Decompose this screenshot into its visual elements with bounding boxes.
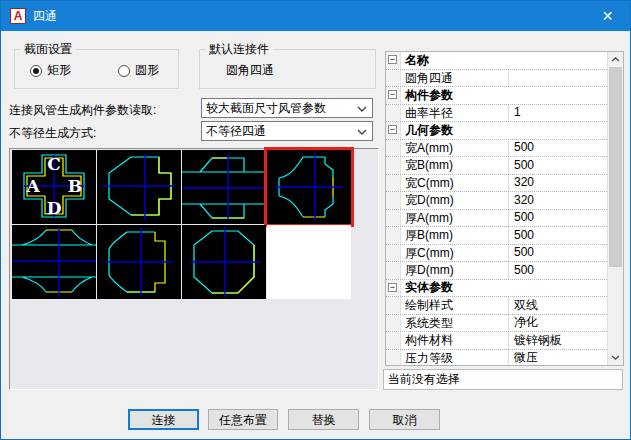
property-row[interactable]: 构件材料镀锌钢板 bbox=[386, 332, 607, 350]
close-button[interactable]: ✕ bbox=[585, 1, 630, 31]
preview-cell-rounded-body[interactable] bbox=[97, 225, 181, 299]
arrange-freely-button[interactable]: 任意布置 bbox=[208, 409, 278, 430]
property-value[interactable]: 500 bbox=[509, 140, 607, 157]
radio-circle[interactable]: 圆形 bbox=[118, 62, 159, 79]
property-value[interactable]: 500 bbox=[509, 262, 607, 279]
preview-cell-through-chamfered[interactable] bbox=[182, 150, 266, 224]
property-group-header[interactable]: −实体参数 bbox=[386, 280, 607, 298]
duct-shape bbox=[12, 225, 96, 299]
duct-shape bbox=[267, 150, 351, 224]
property-row[interactable]: 厚B(mm)500 bbox=[386, 227, 607, 245]
collapse-icon[interactable]: − bbox=[388, 125, 397, 134]
property-value[interactable]: 500 bbox=[509, 157, 607, 174]
cancel-button[interactable]: 取消 bbox=[369, 409, 440, 430]
preview-cell-chamfered-cross[interactable] bbox=[97, 150, 181, 224]
property-row[interactable]: 宽B(mm)500 bbox=[386, 157, 607, 175]
property-value[interactable]: 净化 bbox=[509, 315, 607, 332]
property-label: 圆角四通 bbox=[401, 70, 509, 87]
groupbox-default-connector: 默认连接件 圆角四通 bbox=[199, 49, 376, 89]
dialog-四通: A 四通 ✕ 截面设置 矩形 圆形 默认连接件 圆角四通 连接风管生成构件参数读… bbox=[0, 0, 631, 440]
param-read-dropdown[interactable]: 较大截面尺寸风管参数 bbox=[201, 98, 373, 118]
property-group-header[interactable]: −构件参数 bbox=[386, 87, 607, 105]
property-value[interactable]: 双线 bbox=[509, 297, 607, 314]
preview-panel: C A B D bbox=[9, 148, 379, 390]
titlebar[interactable]: A 四通 ✕ bbox=[1, 1, 630, 31]
property-row[interactable]: 宽A(mm)500 bbox=[386, 140, 607, 158]
preview-cell-empty[interactable] bbox=[267, 225, 351, 299]
property-grid-rows: −名称圆角四通−构件参数曲率半径1−几何参数宽A(mm)500宽B(mm)500… bbox=[386, 52, 607, 365]
duct-shape bbox=[97, 150, 181, 224]
duct-shape: C A B D bbox=[12, 150, 96, 224]
property-grid: −名称圆角四通−构件参数曲率半径1−几何参数宽A(mm)500宽B(mm)500… bbox=[385, 51, 624, 366]
chevron-down-icon bbox=[357, 106, 367, 112]
svg-text:A: A bbox=[25, 176, 40, 196]
property-value[interactable]: 镀锌钢板 bbox=[509, 332, 607, 349]
property-label: 厚D(mm) bbox=[401, 262, 509, 279]
property-value[interactable]: 微压 bbox=[509, 350, 607, 367]
radio-unselected-icon bbox=[118, 65, 130, 77]
property-label: 构件材料 bbox=[401, 332, 509, 349]
preview-cell-through-curved[interactable] bbox=[12, 225, 96, 299]
dropdown-value: 不等径四通 bbox=[206, 124, 266, 138]
chevron-down-icon bbox=[611, 355, 620, 360]
duct-shape bbox=[182, 150, 266, 224]
property-value[interactable]: 500 bbox=[509, 210, 607, 227]
property-value[interactable]: 320 bbox=[509, 175, 607, 192]
property-label: 宽B(mm) bbox=[401, 157, 509, 174]
scroll-down-button[interactable] bbox=[608, 350, 623, 365]
property-row[interactable]: 厚D(mm)500 bbox=[386, 262, 607, 280]
unequal-mode-label: 不等径生成方式: bbox=[9, 125, 96, 142]
property-row[interactable]: 厚A(mm)500 bbox=[386, 210, 607, 228]
property-row[interactable]: 宽D(mm)320 bbox=[386, 192, 607, 210]
property-group-header[interactable]: −几何参数 bbox=[386, 122, 607, 140]
property-group-header[interactable]: −名称 bbox=[386, 52, 607, 70]
groupbox-legend: 默认连接件 bbox=[205, 41, 273, 58]
chevron-up-icon bbox=[611, 57, 620, 62]
property-row[interactable]: 厚C(mm)500 bbox=[386, 245, 607, 263]
svg-text:D: D bbox=[47, 198, 62, 218]
property-label: 厚C(mm) bbox=[401, 245, 509, 262]
property-group-title: 实体参数 bbox=[401, 280, 453, 297]
property-group-title: 构件参数 bbox=[401, 87, 453, 104]
unequal-mode-dropdown[interactable]: 不等径四通 bbox=[201, 121, 373, 141]
preview-cell-cross-labeled[interactable]: C A B D bbox=[12, 150, 96, 224]
property-value[interactable]: 320 bbox=[509, 192, 607, 209]
autocad-logo-icon: A bbox=[10, 8, 26, 24]
property-row[interactable]: 宽C(mm)320 bbox=[386, 175, 607, 193]
replace-button[interactable]: 替换 bbox=[288, 409, 359, 430]
preview-cell-rounded-cross-selected[interactable] bbox=[267, 150, 351, 224]
duct-shape bbox=[97, 225, 181, 299]
property-grid-scrollbar[interactable] bbox=[607, 52, 623, 365]
groupbox-legend: 截面设置 bbox=[20, 41, 76, 58]
param-read-label: 连接风管生成构件参数读取: bbox=[9, 102, 156, 119]
property-row[interactable]: 圆角四通 bbox=[386, 70, 607, 88]
property-label: 绘制样式 bbox=[401, 297, 509, 314]
status-bar: 当前没有选择 bbox=[383, 369, 623, 390]
collapse-icon[interactable]: − bbox=[388, 55, 397, 64]
dropdown-value: 较大截面尺寸风管参数 bbox=[206, 101, 326, 115]
svg-text:B: B bbox=[68, 176, 82, 196]
property-label: 厚B(mm) bbox=[401, 227, 509, 244]
property-row[interactable]: 压力等级微压 bbox=[386, 350, 607, 367]
property-row[interactable]: 绘制样式双线 bbox=[386, 297, 607, 315]
radio-label: 矩形 bbox=[47, 62, 71, 79]
scrollbar-thumb[interactable] bbox=[609, 67, 622, 267]
property-row[interactable]: 系统类型净化 bbox=[386, 315, 607, 333]
duct-shape bbox=[182, 225, 266, 299]
preview-cell-octagon[interactable] bbox=[182, 225, 266, 299]
chevron-down-icon bbox=[357, 129, 367, 135]
radio-selected-icon bbox=[30, 65, 42, 77]
collapse-icon[interactable]: − bbox=[388, 90, 397, 99]
radio-rectangle[interactable]: 矩形 bbox=[30, 62, 71, 79]
property-label: 宽D(mm) bbox=[401, 192, 509, 209]
property-value[interactable]: 1 bbox=[509, 105, 607, 122]
property-value[interactable]: 500 bbox=[509, 245, 607, 262]
window-title: 四通 bbox=[33, 1, 57, 31]
svg-text:C: C bbox=[47, 154, 61, 174]
collapse-icon[interactable]: − bbox=[388, 283, 397, 292]
property-row[interactable]: 曲率半径1 bbox=[386, 105, 607, 123]
property-label: 厚A(mm) bbox=[401, 210, 509, 227]
connect-button[interactable]: 连接 bbox=[128, 409, 199, 430]
scroll-up-button[interactable] bbox=[608, 52, 623, 67]
property-value[interactable]: 500 bbox=[509, 227, 607, 244]
